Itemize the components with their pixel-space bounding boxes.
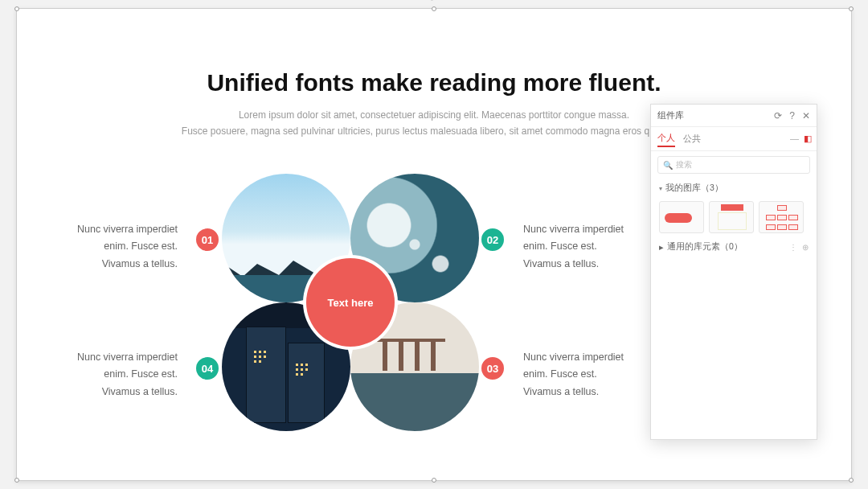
add-icon[interactable]: ⊕ [802, 243, 809, 252]
tb3-l3: Vivamus a tellus. [523, 384, 660, 401]
tb2-l3: Vivamus a tellus. [523, 256, 660, 273]
section-my-library-label: 我的图库（3） [665, 183, 723, 194]
lights-shape [254, 351, 256, 353]
tb4-l3: Vivamus a tellus. [41, 384, 178, 401]
tab-personal[interactable]: 个人 [657, 130, 675, 147]
text-block-3[interactable]: Nunc viverra imperdiet enim. Fusce est. … [523, 349, 660, 401]
section-my-library[interactable]: ▾ 我的图库（3） [651, 179, 817, 198]
tb1-l1: Nunc viverra imperdiet [41, 221, 178, 238]
pin-icon[interactable]: ◧ [804, 134, 812, 144]
text-block-2[interactable]: Nunc viverra imperdiet enim. Fusce est. … [523, 221, 660, 273]
center-label: Text here [328, 297, 374, 309]
badge-04-text: 04 [202, 363, 213, 375]
thumbnail-2[interactable] [709, 201, 754, 233]
tb2-l1: Nunc viverra imperdiet [523, 221, 660, 238]
center-circle[interactable]: Text here [306, 258, 395, 347]
badge-03[interactable]: 03 [479, 355, 506, 382]
search-icon: 🔍 [663, 161, 673, 170]
thumbnail-row [651, 198, 817, 236]
component-library-panel: 组件库 ⟳ ? ✕ 个人 公共 — ◧ 🔍 搜索 ▾ 我的图库（3） [650, 104, 817, 440]
lights-shape [296, 364, 298, 366]
panel-tabs: 个人 公共 — ◧ [651, 127, 817, 151]
resize-handle-bl[interactable] [14, 478, 19, 483]
resize-handle-tl[interactable] [14, 6, 19, 11]
chevron-down-icon: ▾ [659, 185, 662, 192]
tb1-l3: Vivamus a tellus. [41, 256, 178, 273]
thumbnail-1[interactable] [659, 201, 704, 233]
resize-handle-tm[interactable] [432, 6, 436, 11]
badge-01[interactable]: 01 [194, 226, 221, 253]
tb4-l1: Nunc viverra imperdiet [41, 349, 178, 366]
refresh-icon[interactable]: ⟳ [774, 110, 782, 121]
text-block-1[interactable]: Nunc viverra imperdiet enim. Fusce est. … [41, 221, 178, 273]
resize-handle-bm[interactable] [432, 478, 436, 483]
tb3-l1: Nunc viverra imperdiet [523, 349, 660, 366]
tb1-l2: enim. Fusce est. [41, 238, 178, 255]
crane-shape [383, 339, 387, 371]
section-system-library[interactable]: ▸ 通用的库元素（0） ⋮ ⊕ [651, 236, 817, 257]
image-cluster: Text here 01 02 03 04 [210, 162, 491, 443]
building-shape [246, 327, 286, 423]
crane-shape [431, 339, 436, 371]
tab-public[interactable]: 公共 [683, 131, 701, 146]
badge-02[interactable]: 02 [479, 226, 506, 253]
chevron-right-icon: ▸ [659, 242, 664, 252]
panel-header: 组件库 ⟳ ? ✕ [651, 105, 817, 127]
tb4-l2: enim. Fusce est. [41, 366, 178, 383]
help-icon[interactable]: ? [789, 110, 795, 121]
resize-handle-br[interactable] [849, 478, 854, 483]
thumbnail-3[interactable] [759, 201, 804, 233]
slide-canvas[interactable]: ⟳ Unified fonts make reading more fluent… [16, 8, 852, 481]
close-icon[interactable]: ✕ [802, 110, 810, 121]
text-block-4[interactable]: Nunc viverra imperdiet enim. Fusce est. … [41, 349, 178, 401]
crane-shape [399, 339, 403, 371]
resize-handle-tr[interactable] [849, 6, 854, 11]
section-system-label: 通用的库元素（0） [667, 241, 743, 253]
more-icon[interactable]: ⋮ [789, 243, 797, 252]
badge-02-text: 02 [487, 234, 498, 246]
slide-title[interactable]: Unified fonts make reading more fluent. [17, 69, 851, 97]
minimize-icon[interactable]: — [790, 134, 799, 144]
search-placeholder: 搜索 [676, 159, 692, 171]
building-shape [288, 343, 325, 423]
badge-04[interactable]: 04 [194, 355, 221, 382]
badge-01-text: 01 [202, 234, 213, 246]
crane-shape [415, 339, 420, 371]
badge-03-text: 03 [487, 363, 498, 375]
panel-search[interactable]: 🔍 搜索 [657, 156, 810, 174]
tb2-l2: enim. Fusce est. [523, 238, 660, 255]
tb3-l2: enim. Fusce est. [523, 366, 660, 383]
rotate-handle-icon[interactable]: ⟳ [428, 0, 437, 3]
panel-title: 组件库 [657, 109, 684, 121]
